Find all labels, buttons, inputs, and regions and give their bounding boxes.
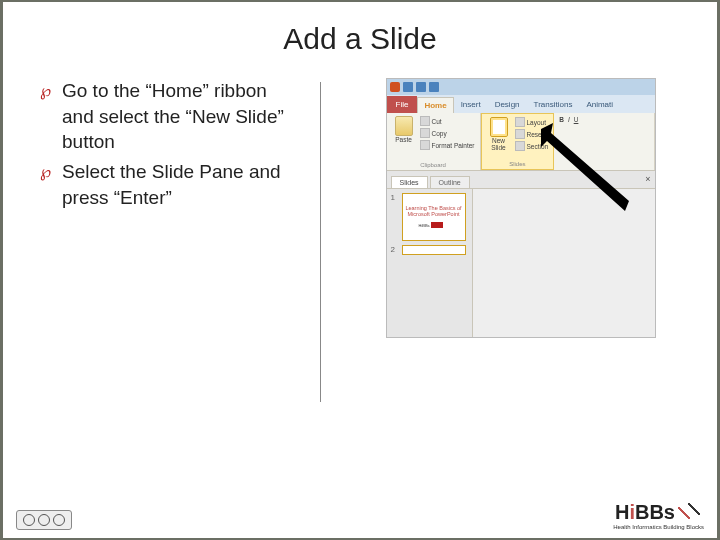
tab-animations[interactable]: Animati bbox=[579, 96, 620, 113]
ribbon: Paste Cut Copy Format Painter Clipboard bbox=[387, 113, 655, 171]
new-slide-button[interactable]: New Slide bbox=[487, 117, 511, 151]
group-font: B I U bbox=[554, 113, 654, 170]
close-pane-icon[interactable]: × bbox=[645, 174, 650, 184]
section-button[interactable]: Section bbox=[515, 141, 549, 151]
hibbs-h: H bbox=[615, 501, 629, 523]
thumb-row: 2 bbox=[391, 245, 468, 255]
paste-label: Paste bbox=[395, 137, 412, 144]
slide-canvas bbox=[473, 189, 655, 337]
cc-by-icon bbox=[38, 514, 50, 526]
tab-home[interactable]: Home bbox=[417, 97, 453, 113]
cut-button[interactable]: Cut bbox=[420, 116, 475, 126]
format-painter-button[interactable]: Format Painter bbox=[420, 140, 475, 150]
layout-label: Layout bbox=[527, 119, 547, 126]
layout-icon bbox=[515, 117, 525, 127]
hibbs-tagline: Health Informatics Building Blocks bbox=[613, 524, 704, 530]
layout-button[interactable]: Layout bbox=[515, 117, 549, 127]
cc-icon bbox=[23, 514, 35, 526]
slide-pane-tabs: Slides Outline × bbox=[387, 171, 655, 189]
thumb-row: 1 Learning The Basics of Microsoft Power… bbox=[391, 193, 468, 241]
slide-thumb-2[interactable] bbox=[402, 245, 466, 255]
cc-license-badge bbox=[16, 510, 72, 530]
copy-label: Copy bbox=[432, 130, 447, 137]
slide-thumbnails[interactable]: 1 Learning The Basics of Microsoft Power… bbox=[387, 189, 473, 337]
quick-access-toolbar bbox=[387, 79, 655, 95]
reset-icon bbox=[515, 129, 525, 139]
italic-button[interactable]: I bbox=[568, 116, 570, 123]
slide-pane-area: 1 Learning The Basics of Microsoft Power… bbox=[387, 189, 655, 337]
slides-group-label: Slides bbox=[487, 161, 549, 167]
outline-pane-tab[interactable]: Outline bbox=[430, 176, 470, 188]
cut-label: Cut bbox=[432, 118, 442, 125]
underline-button[interactable]: U bbox=[574, 116, 579, 123]
paste-button[interactable]: Paste bbox=[392, 116, 416, 144]
undo-icon bbox=[416, 82, 426, 92]
redo-icon bbox=[429, 82, 439, 92]
reset-button[interactable]: Reset bbox=[515, 129, 549, 139]
tab-transitions[interactable]: Transitions bbox=[527, 96, 580, 113]
hibbs-mark-icon bbox=[678, 503, 704, 519]
section-icon bbox=[515, 141, 525, 151]
tab-file[interactable]: File bbox=[387, 96, 418, 113]
powerpoint-screenshot: File Home Insert Design Transitions Anim… bbox=[386, 78, 656, 338]
slides-pane-tab[interactable]: Slides bbox=[391, 176, 428, 188]
thumb-title-line: Microsoft PowerPoint bbox=[408, 211, 460, 217]
format-painter-label: Format Painter bbox=[432, 142, 475, 149]
right-column: File Home Insert Design Transitions Anim… bbox=[351, 78, 690, 438]
save-icon bbox=[403, 82, 413, 92]
clipboard-group-label: Clipboard bbox=[392, 162, 475, 168]
thumb-number: 2 bbox=[391, 245, 399, 255]
reset-label: Reset bbox=[527, 131, 544, 138]
bullet-item: Go to the “Home” ribbon and select the “… bbox=[40, 78, 290, 155]
new-slide-label: New Slide bbox=[491, 138, 505, 151]
new-slide-icon bbox=[490, 117, 508, 137]
section-label: Section bbox=[527, 143, 549, 150]
group-clipboard: Paste Cut Copy Format Painter Clipboard bbox=[387, 113, 481, 170]
thumb-hibbs-mark: HiBBs bbox=[419, 221, 449, 229]
hibbs-rest: BBs bbox=[635, 501, 675, 523]
copy-icon bbox=[420, 128, 430, 138]
copy-button[interactable]: Copy bbox=[420, 128, 475, 138]
bold-button[interactable]: B bbox=[559, 116, 564, 123]
hibbs-logo: HiBBs Health Informatics Building Blocks bbox=[613, 501, 704, 530]
tab-insert[interactable]: Insert bbox=[454, 96, 488, 113]
bullet-list: Go to the “Home” ribbon and select the “… bbox=[40, 78, 290, 210]
format-painter-icon bbox=[420, 140, 430, 150]
footer: HiBBs Health Informatics Building Blocks bbox=[16, 501, 704, 530]
cc-sa-icon bbox=[53, 514, 65, 526]
cut-icon bbox=[420, 116, 430, 126]
thumb-number: 1 bbox=[391, 193, 399, 241]
ribbon-tabs: File Home Insert Design Transitions Anim… bbox=[387, 95, 655, 113]
paste-icon bbox=[395, 116, 413, 136]
tab-design[interactable]: Design bbox=[488, 96, 527, 113]
slide-thumb-1[interactable]: Learning The Basics of Microsoft PowerPo… bbox=[402, 193, 466, 241]
ppt-orb-icon bbox=[390, 82, 400, 92]
group-slides: New Slide Layout Reset Section Slides bbox=[481, 113, 555, 170]
bullet-item: Select the Slide Pane and press “Enter” bbox=[40, 159, 290, 210]
